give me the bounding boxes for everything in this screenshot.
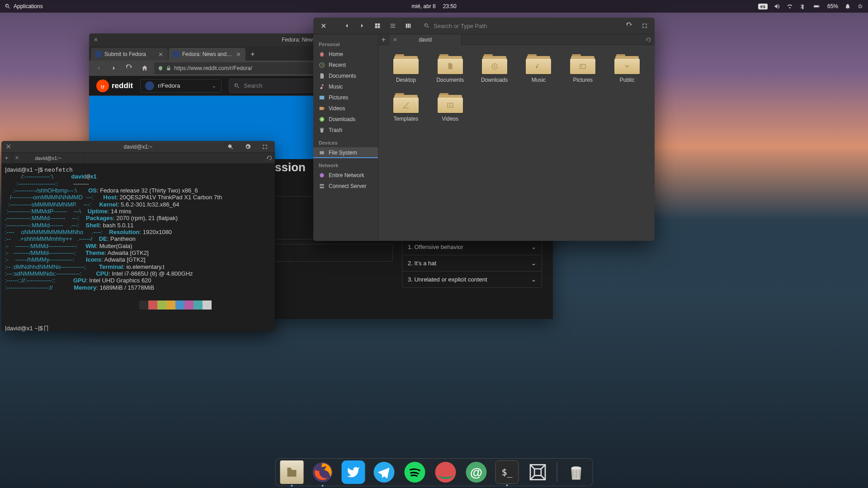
svg-rect-10 <box>320 187 324 188</box>
sidebar-item-trash[interactable]: Trash <box>313 125 378 136</box>
folder-videos[interactable]: Videos <box>430 91 471 124</box>
browser-tab[interactable]: Submit to Fedora ✕ <box>91 48 168 61</box>
tab-close-icon[interactable]: ✕ <box>393 37 397 43</box>
dock-item-telegram[interactable] <box>373 460 396 484</box>
sidebar-item-downloads[interactable]: Downloads <box>313 114 378 125</box>
maximize-button[interactable] <box>259 141 271 153</box>
home-button[interactable] <box>139 62 151 74</box>
reload-button[interactable] <box>123 62 135 74</box>
folder-templates[interactable]: Templates <box>386 91 426 124</box>
dock-separator <box>557 462 557 482</box>
dock-item-appcenter[interactable] <box>434 460 458 484</box>
terminal-tab[interactable]: ✕ david@x1:~ <box>12 153 85 164</box>
volume-icon[interactable] <box>774 3 780 9</box>
folder-desktop[interactable]: Desktop <box>386 52 426 85</box>
settings-button[interactable] <box>241 141 254 153</box>
terminal-headerbar[interactable]: ✕ david@x1:~ <box>1 141 275 153</box>
folder-music[interactable]: Music <box>519 52 559 85</box>
files-main: + ✕ david Desktop Documents Downloads Mu… <box>378 34 655 241</box>
sidebar-item-documents[interactable]: Documents <box>313 70 378 81</box>
back-button[interactable] <box>340 19 353 32</box>
files-headerbar[interactable]: ✕ Search or Type Path <box>313 18 655 34</box>
forward-button[interactable] <box>356 19 368 32</box>
maximize-button[interactable] <box>638 19 651 32</box>
folder-icon <box>438 93 463 113</box>
battery-icon[interactable] <box>812 3 821 9</box>
svg-point-26 <box>571 466 581 469</box>
search-placeholder: Search <box>244 82 262 89</box>
folder-documents[interactable]: Documents <box>430 52 471 85</box>
dock-item-twitter[interactable] <box>342 460 365 484</box>
subreddit-label: r/Fedora <box>158 82 180 89</box>
file-manager-window: ✕ Search or Type Path Personal Home Rece… <box>313 18 655 241</box>
files-icon-grid[interactable]: Desktop Documents Downloads Music Pictur… <box>378 45 655 241</box>
sidebar-item-recent[interactable]: Recent <box>313 60 378 70</box>
close-icon[interactable]: ✕ <box>5 144 11 150</box>
svg-point-8 <box>320 173 324 177</box>
dock-item-spotify[interactable] <box>403 460 427 484</box>
tab-close-icon[interactable]: ✕ <box>12 155 22 161</box>
sidebar-item-connect-server[interactable]: Connect Server <box>313 181 378 192</box>
wifi-icon[interactable] <box>787 3 793 9</box>
tab-label: david@x1:~ <box>35 155 61 161</box>
tab-close-icon[interactable]: ✕ <box>158 51 163 58</box>
new-tab-button[interactable]: + <box>378 34 389 45</box>
notifications-icon[interactable] <box>844 3 851 9</box>
tab-favicon-icon <box>95 51 102 57</box>
browser-tab[interactable]: Fedora: News and discussion ✕ <box>169 48 245 61</box>
view-columns-button[interactable] <box>402 19 415 32</box>
reddit-mark-icon <box>96 80 109 92</box>
applications-menu[interactable]: Applications <box>5 3 43 9</box>
files-tab[interactable]: ✕ david <box>389 34 462 45</box>
sidebar-item-label: Trash <box>329 127 342 133</box>
bluetooth-icon[interactable] <box>799 3 806 9</box>
path-search[interactable]: Search or Type Path <box>421 23 620 29</box>
sidebar-item-music[interactable]: Music <box>313 81 378 92</box>
new-tab-button[interactable]: + <box>1 153 12 164</box>
sidebar-item-filesystem[interactable]: File System <box>313 147 378 158</box>
folder-icon <box>570 54 595 74</box>
dock-item-terminal[interactable]: $_ <box>495 460 519 484</box>
close-icon[interactable]: ✕ <box>93 37 99 43</box>
sidebar-item-home[interactable]: Home <box>313 49 378 60</box>
new-tab-button[interactable]: + <box>246 48 259 61</box>
folder-downloads[interactable]: Downloads <box>474 52 515 85</box>
sidebar-item-videos[interactable]: Videos <box>313 103 378 114</box>
close-icon[interactable]: ✕ <box>317 19 330 32</box>
tab-close-icon[interactable]: ✕ <box>236 51 241 58</box>
folder-label: Music <box>532 77 546 83</box>
find-button[interactable] <box>224 141 237 153</box>
power-icon[interactable] <box>857 3 863 9</box>
dock-item-trash[interactable] <box>565 460 588 484</box>
back-button[interactable] <box>93 62 104 74</box>
folder-icon <box>614 54 640 74</box>
clock[interactable]: mié, abr 8 23:50 <box>411 3 456 9</box>
sidebar-item-pictures[interactable]: Pictures <box>313 92 378 103</box>
time-label: 23:50 <box>443 3 457 9</box>
view-list-button[interactable] <box>387 19 399 32</box>
rule-item[interactable]: 1. Offensive behavior⌄ <box>402 239 542 255</box>
terminal-tabstrip: + ✕ david@x1:~ <box>1 153 275 164</box>
dock-item-mail[interactable]: @ <box>465 460 488 484</box>
forward-button[interactable] <box>108 62 120 74</box>
reddit-logo[interactable]: reddit <box>96 80 133 92</box>
folder-public[interactable]: Public <box>607 52 647 85</box>
dock-item-boxes[interactable] <box>526 460 550 484</box>
sidebar-item-network[interactable]: Entire Network <box>313 170 378 181</box>
folder-icon <box>526 54 551 74</box>
terminal-output[interactable]: [david@x1 ~]$ neofetch /:-------------:\… <box>1 164 275 331</box>
rule-label: 1. Offensive behavior <box>408 244 463 250</box>
svg-rect-0 <box>814 5 817 7</box>
view-grid-button[interactable] <box>371 19 384 32</box>
subreddit-dropdown[interactable]: r/Fedora ⌄ <box>140 79 222 93</box>
sidebar-group-personal: Personal <box>313 40 378 49</box>
folder-pictures[interactable]: Pictures <box>562 52 603 85</box>
keyboard-layout-indicator[interactable]: es <box>758 4 768 9</box>
history-button[interactable] <box>642 33 655 46</box>
history-button[interactable] <box>264 153 275 164</box>
dock-item-files[interactable] <box>280 460 304 484</box>
dock-item-firefox[interactable] <box>311 460 335 484</box>
rule-item[interactable]: 3. Unrelated or explicit content⌄ <box>402 271 542 287</box>
rule-item[interactable]: 2. It's a hat⌄ <box>402 255 542 271</box>
reload-button[interactable] <box>623 19 636 32</box>
